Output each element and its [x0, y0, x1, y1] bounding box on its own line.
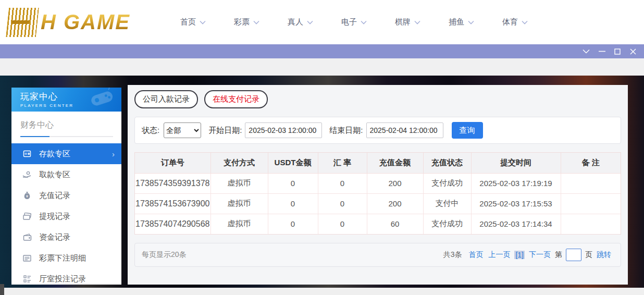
filter-bar: 状态: 全部 开始日期: 结束日期: 查询 — [134, 117, 621, 144]
search-button[interactable]: 查询 — [452, 122, 483, 139]
sidebar-item-funds-records[interactable]: 资金记录› — [11, 227, 121, 248]
table-header-cell: 提交时间 — [471, 153, 561, 173]
tab-online-payment-records[interactable]: 在线支付记录 — [204, 90, 268, 108]
funds-records-icon — [22, 233, 32, 241]
start-date-input[interactable] — [245, 122, 322, 138]
chevron-down-icon — [522, 20, 528, 24]
nav-item-fishing[interactable]: 捕鱼 — [449, 17, 502, 27]
logo[interactable]: H GAME — [7, 8, 158, 37]
records-table: 订单号支付方式USDT金额汇 率充值金额充值状态提交时间备 注 17385743… — [135, 153, 621, 234]
table-cell: 支付成功 — [423, 173, 471, 193]
table-header-cell: USDT金额 — [268, 153, 318, 173]
end-date-label: 结束日期: — [329, 126, 363, 136]
table-cell: 200 — [367, 173, 423, 193]
table-cell — [561, 173, 621, 193]
chevron-down-icon[interactable] — [578, 44, 594, 58]
toolbar-strip — [0, 58, 644, 76]
recharge-records-icon: ¥ — [22, 191, 32, 200]
pagination-bar: 每页显示20条 共3条 首页 上一页 [1] 下一页 第 页 跳转 — [134, 243, 621, 267]
sidebar-header: 玩家中心 PLAYERS CENTER — [11, 88, 121, 112]
table-row: 1738574153673900虚拟币00200支付中2025-02-03 17… — [135, 193, 621, 214]
table-cell: 虚拟币 — [210, 173, 268, 193]
prev-page-link[interactable]: 上一页 — [488, 250, 510, 260]
nav-item-electronic[interactable]: 电子 — [341, 17, 395, 27]
nav-item-live[interactable]: 真人 — [288, 17, 341, 27]
per-page-label: 每页显示20条 — [142, 250, 187, 260]
bottom-notch — [0, 284, 4, 295]
status-select[interactable]: 全部 — [164, 122, 201, 138]
page-prefix-label: 第 — [555, 250, 562, 260]
page-suffix-label: 页 — [585, 250, 592, 260]
table-cell: 虚拟币 — [210, 193, 268, 214]
nav-item-label: 首页 — [180, 17, 196, 27]
sidebar-item-withdraw[interactable]: 取款专区› — [11, 164, 121, 185]
table-row: 1738574074290568虚拟币0060支付成功2025-02-03 17… — [135, 214, 621, 234]
table-cell: 0 — [318, 214, 367, 234]
table-cell: 0 — [268, 193, 318, 214]
next-page-link[interactable]: 下一页 — [529, 250, 551, 260]
nav-item-label: 棋牌 — [395, 17, 411, 27]
jump-link[interactable]: 跳转 — [597, 250, 611, 260]
status-label: 状态: — [142, 126, 159, 136]
nav-item-sports[interactable]: 体育 — [502, 17, 556, 27]
lottery-bet-details-icon — [22, 255, 32, 262]
chevron-down-icon — [307, 20, 313, 24]
records-table-container: 订单号支付方式USDT金额汇 率充值金额充值状态提交时间备 注 17385743… — [134, 152, 621, 235]
top-header: H GAME 首页彩票真人电子棋牌捕鱼体育 — [0, 0, 644, 44]
table-cell: 0 — [268, 214, 318, 234]
table-cell: 0 — [318, 193, 367, 214]
nav-item-home[interactable]: 首页 — [180, 17, 234, 27]
chevron-right-icon: › — [112, 150, 115, 158]
nav-item-label: 体育 — [502, 17, 518, 27]
pager: 共3条 首页 上一页 [1] 下一页 第 页 跳转 — [443, 249, 614, 261]
tab-company-deposit-records[interactable]: 公司入款记录 — [134, 90, 198, 108]
withdrawal-records-icon — [22, 213, 32, 220]
sidebar-item-lottery-bet-details[interactable]: 彩票下注明细› — [11, 248, 121, 268]
nav-item-label: 彩票 — [234, 17, 250, 27]
table-cell — [561, 193, 621, 214]
record-tabs: 公司入款记录在线支付记录 — [134, 90, 621, 108]
chevron-down-icon — [361, 20, 367, 24]
sidebar-item-deposit[interactable]: 存款专区› — [11, 143, 121, 164]
table-cell: 2025-02-03 17:15:53 — [471, 193, 561, 214]
total-count: 共3条 — [443, 250, 462, 260]
table-cell: 60 — [367, 214, 423, 234]
sidebar-item-hall-bet-records[interactable]: 厅室投注记录› — [11, 268, 121, 289]
minimize-icon[interactable] — [594, 44, 610, 58]
table-cell: 0 — [268, 173, 318, 193]
table-cell: 1738574359391378 — [135, 173, 210, 193]
start-date-label: 开始日期: — [208, 126, 242, 136]
nav-item-chess[interactable]: 棋牌 — [395, 17, 449, 27]
main-nav: 首页彩票真人电子棋牌捕鱼体育 — [180, 17, 556, 27]
window-titlebar — [0, 44, 644, 58]
sidebar-item-withdrawal-records[interactable]: 提现记录› — [11, 206, 121, 227]
sidebar-item-label: 彩票下注明细 — [39, 253, 86, 263]
sidebar-item-label: 充值记录 — [39, 191, 70, 201]
table-cell: 虚拟币 — [210, 214, 268, 234]
sidebar-item-recharge-records[interactable]: ¥充值记录› — [11, 185, 121, 206]
table-header-cell: 汇 率 — [318, 153, 367, 173]
first-page-link[interactable]: 首页 — [468, 250, 483, 260]
table-cell: 0 — [318, 173, 367, 193]
table-cell: 2025-02-03 17:19:19 — [471, 173, 561, 193]
withdraw-icon — [22, 171, 32, 178]
close-icon[interactable] — [625, 44, 641, 58]
page-background: { "header": { "logo_text": "H GAME", "na… — [0, 0, 644, 295]
end-date-input[interactable] — [366, 122, 443, 138]
table-cell: 2025-02-03 17:14:34 — [471, 214, 561, 234]
table-header-cell: 充值状态 — [423, 153, 471, 173]
sidebar-section-title: 财务中心 — [11, 112, 121, 131]
nav-item-label: 电子 — [341, 17, 357, 27]
nav-item-lottery[interactable]: 彩票 — [234, 17, 288, 27]
table-header-cell: 备 注 — [561, 153, 621, 173]
table-row: 1738574359391378虚拟币00200支付成功2025-02-03 1… — [135, 173, 621, 193]
chevron-down-icon — [200, 20, 206, 24]
svg-text:¥: ¥ — [26, 194, 28, 198]
current-page: [1] — [514, 251, 525, 259]
table-header-cell: 充值金额 — [367, 153, 423, 173]
table-cell: 支付中 — [423, 193, 471, 214]
sidebar-menu: 存款专区›取款专区›¥充值记录›提现记录›资金记录›彩票下注明细›厅室投注记录› — [11, 143, 121, 289]
sidebar-item-label: 提现记录 — [39, 212, 70, 222]
page-number-input[interactable] — [566, 249, 581, 261]
maximize-icon[interactable] — [610, 44, 625, 58]
